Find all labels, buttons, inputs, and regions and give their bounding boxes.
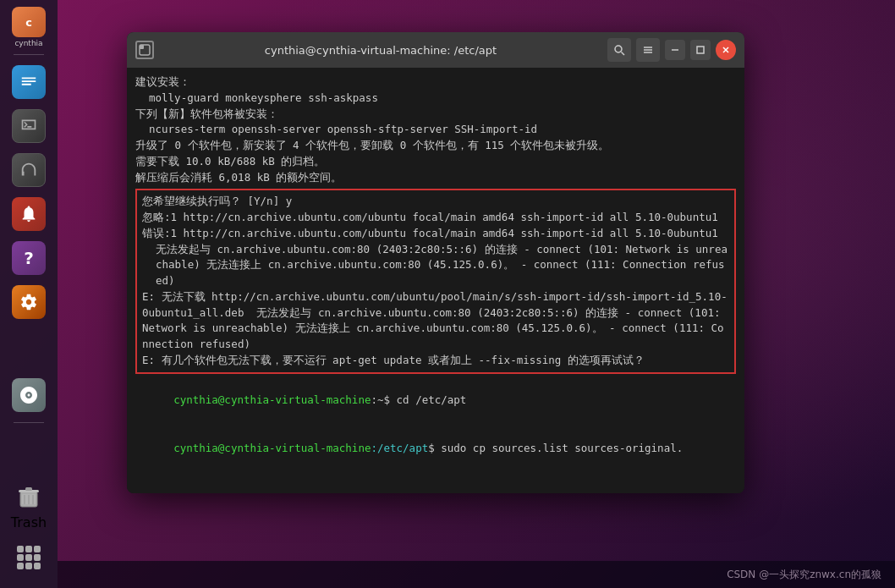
terminal-icon [12, 109, 46, 143]
dock-item-files[interactable] [8, 62, 49, 102]
prompt-user-2: cynthia@cynthia-virtual-machine [173, 442, 371, 454]
dock: c cynthia ? [0, 0, 58, 588]
dock-item-help[interactable]: ? [8, 238, 49, 278]
audio-icon [12, 153, 46, 187]
help-icon: ? [12, 241, 46, 275]
dock-item-appgrid[interactable] [8, 537, 49, 578]
terminal-body[interactable]: 建议安装： molly-guard monkeysphere ssh-askpa… [127, 68, 744, 493]
prompt-path-1: :~$ cd /etc/apt [371, 393, 466, 406]
dock-divider-bottom [14, 422, 44, 423]
minimize-button[interactable] [665, 40, 685, 60]
svg-rect-8 [140, 45, 144, 49]
term-line-4: ncurses-term openssh-server openssh-sftp… [135, 122, 736, 138]
term-line-6: 需要下载 10.0 kB/688 kB 的归档。 [135, 154, 736, 170]
dvd-icon [12, 378, 46, 412]
svg-rect-6 [22, 494, 36, 504]
close-button[interactable] [716, 40, 736, 60]
term-line-5: 升级了 0 个软件包，新安装了 4 个软件包，要卸载 0 个软件包，有 115 … [135, 138, 736, 154]
svg-rect-2 [25, 487, 32, 491]
svg-rect-15 [697, 47, 704, 53]
error-line-6: E: 有几个软件包无法下载，要不运行 apt-get update 或者加上 -… [142, 353, 729, 369]
svg-line-10 [622, 52, 625, 56]
term-line-1: 建议安装： [135, 74, 736, 91]
settings-icon [12, 285, 46, 319]
terminal-titlebar: cynthia@cynthia-virtual-machine: /etc/ap… [127, 32, 744, 68]
bottom-bar: CSDN @一头探究znwx.cn的孤狼 [58, 561, 895, 588]
embed-icon [135, 41, 154, 59]
dock-item-settings[interactable] [8, 282, 49, 322]
term-line-7: 解压缩后会消耗 6,018 kB 的额外空间。 [135, 170, 736, 186]
error-line-2: 忽略:1 http://cn.archive.ubuntu.com/ubuntu… [142, 210, 729, 226]
terminal-window: cynthia@cynthia-virtual-machine: /etc/ap… [127, 32, 744, 493]
error-line-5: E: 无法下载 http://cn.archive.ubuntu.com/ubu… [142, 289, 729, 353]
search-button[interactable] [607, 38, 631, 62]
menu-button[interactable] [636, 38, 660, 62]
prompt-user-1: cynthia@cynthia-virtual-machine [173, 393, 371, 406]
prompt-dir-2: :/etc/apt [371, 442, 428, 454]
prompt-cmd-2: $ sudo cp sources.list sources-original. [428, 442, 683, 454]
appgrid-icon [17, 546, 41, 569]
error-line-4: 无法发起与 cn.archive.ubuntu.com:80 (2403:2c8… [142, 242, 729, 289]
prompt-line-2: cynthia@cynthia-virtual-machine:/etc/apt… [135, 425, 736, 472]
dock-item-avatar[interactable]: c cynthia [8, 7, 49, 47]
avatar-icon: c [12, 7, 46, 37]
dock-divider-top [14, 54, 44, 55]
dock-item-notifications[interactable] [8, 194, 49, 234]
dock-item-trash[interactable]: Trash [8, 479, 49, 530]
svg-point-9 [615, 46, 622, 52]
error-line-3: 错误:1 http://cn.archive.ubuntu.com/ubuntu… [142, 226, 729, 242]
dock-item-audio[interactable] [8, 150, 49, 190]
error-line-1: 您希望继续执行吗？ [Y/n] y [142, 194, 729, 210]
trash-icon [11, 479, 47, 514]
error-box: 您希望继续执行吗？ [Y/n] y 忽略:1 http://cn.archive… [135, 189, 736, 373]
maximize-button[interactable] [690, 40, 711, 60]
dock-item-terminal[interactable] [8, 106, 49, 146]
prompt-line-1: cynthia@cynthia-virtual-machine:~$ cd /e… [135, 377, 736, 425]
titlebar-left [135, 41, 154, 59]
trash-label: Trash [11, 514, 47, 530]
titlebar-controls [607, 38, 736, 62]
avatar-label: cynthia [14, 39, 42, 47]
term-line-2: molly-guard monkeysphere ssh-askpass [135, 91, 736, 107]
dock-item-dvd[interactable] [8, 375, 49, 415]
terminal-title: cynthia@cynthia-virtual-machine: /etc/ap… [154, 44, 607, 57]
bottom-watermark: CSDN @一头探究znwx.cn的孤狼 [727, 568, 881, 582]
notifications-icon [12, 197, 46, 231]
files-icon [12, 65, 46, 99]
term-line-3: 下列【新】软件包将被安装： [135, 107, 736, 123]
